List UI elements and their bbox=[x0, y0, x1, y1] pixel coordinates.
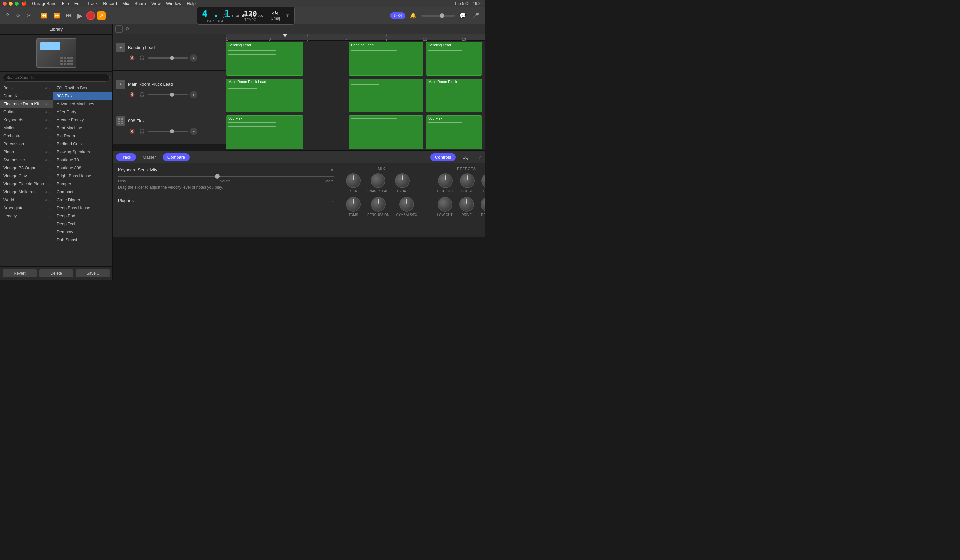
lib-category-mallet[interactable]: Mallet ⬇ › bbox=[0, 124, 53, 132]
plugins-row[interactable]: Plug-ins › bbox=[113, 194, 339, 207]
menu-edit[interactable]: Edit bbox=[74, 1, 82, 6]
add-track-button[interactable]: + bbox=[115, 25, 123, 33]
smart-controls-icon[interactable]: ⚙ bbox=[14, 11, 22, 20]
fast-forward-button[interactable]: ⏩ bbox=[51, 11, 62, 20]
ks-slider-thumb[interactable] bbox=[215, 174, 220, 179]
preset-dub-smash[interactable]: Dub Smash bbox=[53, 236, 112, 244]
lib-category-legacy[interactable]: Legacy › bbox=[0, 212, 53, 220]
region-main-room-2[interactable] bbox=[349, 78, 423, 112]
lib-category-percussion[interactable]: Percussion › bbox=[0, 140, 53, 148]
master-volume-slider[interactable] bbox=[421, 14, 455, 17]
lib-category-vintage-b3[interactable]: Vintage B3 Organ › bbox=[0, 164, 53, 172]
track-pan-knob[interactable]: ● bbox=[190, 54, 197, 62]
expand-button[interactable]: ⤢ bbox=[478, 155, 482, 160]
headphones-button[interactable]: 🎧 bbox=[138, 55, 146, 61]
menu-record[interactable]: Record bbox=[103, 1, 117, 6]
drive-knob[interactable] bbox=[459, 197, 474, 212]
preset-deep-bass-house[interactable]: Deep Bass House bbox=[53, 204, 112, 212]
record-button[interactable] bbox=[86, 11, 95, 20]
master-volume-thumb[interactable] bbox=[440, 13, 444, 18]
cymbals-knob[interactable] bbox=[399, 197, 414, 212]
mute-button[interactable]: 🔇 bbox=[128, 91, 136, 98]
preset-boutique-78[interactable]: Boutique 78 bbox=[53, 156, 112, 164]
preset-bright-bass-house[interactable]: Bright Bass House bbox=[53, 172, 112, 180]
reverb-knob[interactable] bbox=[481, 197, 485, 212]
save-button[interactable]: Save... bbox=[76, 269, 110, 277]
track-volume-slider[interactable] bbox=[148, 94, 188, 95]
tab-track[interactable]: Track bbox=[116, 153, 136, 161]
maximize-button[interactable] bbox=[14, 2, 19, 6]
region-main-room-3[interactable]: Main Room Pluck bbox=[426, 78, 482, 112]
menu-mix[interactable]: Mix bbox=[122, 1, 129, 6]
lib-category-world[interactable]: World ⬇ › bbox=[0, 196, 53, 204]
tab-controls[interactable]: Controls bbox=[430, 153, 456, 161]
menu-window[interactable]: Window bbox=[166, 1, 181, 6]
preset-deep-end[interactable]: Deep End bbox=[53, 212, 112, 220]
region-bending-lead-3[interactable]: Bending Lead bbox=[426, 42, 482, 76]
close-button[interactable] bbox=[3, 2, 7, 6]
lib-category-orchestral[interactable]: Orchestral › bbox=[0, 132, 53, 140]
preset-dembow[interactable]: Dembow bbox=[53, 228, 112, 236]
track-header-main-room[interactable]: ✦ Main Room Pluck Lead 🔇 🎧 ● bbox=[113, 71, 226, 107]
region-main-room-1[interactable]: Main Room Pluck Lead bbox=[226, 78, 303, 112]
plugins-expand-icon[interactable]: › bbox=[332, 198, 334, 203]
ks-slider[interactable] bbox=[118, 176, 334, 177]
preset-beat-machine[interactable]: Beat Machine bbox=[53, 124, 112, 132]
preset-808-flex[interactable]: 808 Flex bbox=[53, 92, 112, 100]
preset-big-room[interactable]: Big Room bbox=[53, 132, 112, 140]
smart-help-button[interactable]: ? bbox=[4, 11, 11, 20]
microphone-icon[interactable]: 🎤 bbox=[471, 11, 482, 20]
tab-master[interactable]: Master bbox=[138, 153, 161, 161]
lib-category-guitar[interactable]: Guitar ⬇ › bbox=[0, 108, 53, 116]
menu-garageband[interactable]: GarageBand bbox=[32, 1, 57, 6]
preset-arcade-frenzy[interactable]: Arcade Frenzy bbox=[53, 116, 112, 124]
mute-button[interactable]: 🔇 bbox=[128, 55, 136, 61]
preset-after-party[interactable]: After Party bbox=[53, 108, 112, 116]
menu-track[interactable]: Track bbox=[87, 1, 98, 6]
region-bending-lead-2[interactable]: Bending Lead bbox=[349, 42, 423, 76]
track-header-808-flex[interactable]: 808 Flex 🔇 🎧 ● bbox=[113, 107, 226, 144]
region-808-flex-1[interactable]: 808 Flex bbox=[226, 115, 303, 149]
lib-category-vintage-clav[interactable]: Vintage Clav › bbox=[0, 172, 53, 180]
preset-blowing-speakers[interactable]: Blowing Speakers bbox=[53, 148, 112, 156]
menu-view[interactable]: View bbox=[151, 1, 161, 6]
preset-crate-digger[interactable]: Crate Digger bbox=[53, 196, 112, 204]
headphones-button[interactable]: 🎧 bbox=[138, 91, 146, 98]
headphones-button[interactable]: 🎧 bbox=[138, 128, 146, 134]
minimize-button[interactable] bbox=[9, 2, 13, 6]
search-input[interactable] bbox=[3, 74, 110, 82]
lib-category-drumkit[interactable]: Drum Kit › bbox=[0, 92, 53, 100]
preset-birdland-cuts[interactable]: Birdland Cuts bbox=[53, 140, 112, 148]
cycle-button[interactable]: ↺ bbox=[97, 11, 106, 20]
preset-boutique-808[interactable]: Boutique 808 bbox=[53, 164, 112, 172]
highcut-knob[interactable] bbox=[438, 173, 453, 188]
lib-category-vintage-mellotron[interactable]: Vintage Mellotron ⬇ › bbox=[0, 188, 53, 196]
scissors-icon[interactable]: ✂ bbox=[25, 11, 34, 20]
track-pan-knob[interactable]: ● bbox=[190, 91, 197, 98]
track-volume-slider[interactable] bbox=[148, 131, 188, 132]
lowcut-knob[interactable] bbox=[438, 197, 452, 212]
menu-apple[interactable]: 🍎 bbox=[21, 1, 27, 6]
tab-eq[interactable]: EQ bbox=[458, 153, 473, 161]
menu-share[interactable]: Share bbox=[134, 1, 146, 6]
preset-advanced-machines[interactable]: Advanced Machines bbox=[53, 100, 112, 108]
lib-category-piano[interactable]: Piano ⬇ › bbox=[0, 148, 53, 156]
hihat-knob[interactable] bbox=[395, 173, 410, 188]
region-808-flex-2[interactable] bbox=[349, 115, 423, 149]
preset-deep-tech[interactable]: Deep Tech bbox=[53, 220, 112, 228]
rewind-button[interactable]: ⏪ bbox=[39, 11, 50, 20]
delay-knob[interactable] bbox=[482, 173, 485, 188]
play-button[interactable]: ▶ bbox=[75, 10, 84, 21]
lib-category-electronic-drum-kit[interactable]: Electronic Drum Kit ⬇ › bbox=[0, 100, 53, 108]
preset-bumper[interactable]: Bumper bbox=[53, 180, 112, 188]
key-sig-display[interactable]: Cmaj bbox=[270, 16, 280, 21]
track-volume-slider[interactable] bbox=[148, 57, 188, 59]
track-header-bending-lead[interactable]: ✦ Bending Lead 🔇 🎧 ● bbox=[113, 34, 226, 71]
track-options-icon[interactable]: ⚙ bbox=[125, 26, 130, 31]
preset-compact[interactable]: Compact bbox=[53, 188, 112, 196]
region-bending-lead-1[interactable]: Bending Lead bbox=[226, 42, 303, 76]
lib-category-keyboards[interactable]: Keyboards ⬇ › bbox=[0, 116, 53, 124]
smart-controls-button[interactable]: ♩234 bbox=[390, 12, 405, 19]
kick-knob[interactable] bbox=[346, 173, 361, 188]
snare-knob[interactable] bbox=[371, 173, 386, 188]
